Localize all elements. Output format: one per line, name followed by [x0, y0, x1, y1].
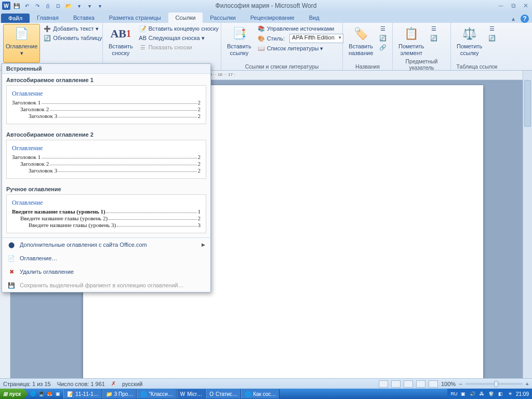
taskbar-item-active[interactable]: WMicr…	[177, 389, 206, 398]
status-page[interactable]: Страница: 1 из 15	[3, 381, 51, 387]
update-table-label: Обновить таблицу	[53, 35, 102, 41]
update-tof-icon: 🔄	[379, 34, 387, 42]
insert-index-button[interactable]: ☰	[429, 24, 439, 33]
view-outline[interactable]	[416, 380, 425, 388]
update-icon: 🔄	[43, 34, 51, 42]
next-footnote-button[interactable]: ABСледующая сноска ▾	[138, 33, 220, 43]
gallery-item-1[interactable]: Оглавление Заголовок 12 Заголовок 22 Заг…	[6, 140, 206, 179]
ribbon-tabs: Файл Главная Вставка Разметка страницы С…	[0, 11, 532, 23]
insert-toa-button[interactable]: ☰	[487, 24, 497, 33]
tray-volume-icon[interactable]: 🔊	[469, 390, 476, 397]
remove-toc[interactable]: ✖Удалить оглавление	[2, 265, 210, 278]
gallery-item-0[interactable]: Оглавление Заголовок 12 Заголовок 22 Заг…	[6, 85, 206, 124]
gallery-item-2[interactable]: Оглавление Введите название главы (урове…	[6, 194, 206, 233]
open-icon[interactable]: 📂	[64, 2, 73, 10]
tab-layout[interactable]: Разметка страницы	[102, 12, 168, 23]
toc-button[interactable]: 📄 Оглавление▾	[3, 24, 40, 63]
taskbar-item[interactable]: 🌐"Класси…	[137, 389, 176, 398]
view-draft[interactable]	[429, 380, 438, 388]
view-web[interactable]	[404, 380, 413, 388]
tab-references[interactable]: Ссылки	[168, 12, 203, 23]
zoom-level[interactable]: 100%	[441, 381, 456, 387]
redo-icon[interactable]: ↷	[33, 2, 42, 10]
update-toa-button[interactable]: 🔄	[487, 33, 497, 43]
gallery-footer: ⬤Дополнительные оглавления с сайта Offic…	[2, 237, 210, 292]
style-icon: 🎨	[257, 34, 265, 43]
add-text-button[interactable]: ➕Добавить текст ▾	[42, 24, 103, 33]
desktop-icon[interactable]: 🖥️	[37, 390, 45, 397]
view-print-layout[interactable]	[379, 380, 388, 388]
gallery-header: Встроенный	[2, 64, 210, 74]
tab-mailings[interactable]: Рассылки	[203, 12, 243, 23]
update-index-button[interactable]: 🔄	[429, 33, 439, 43]
start-button[interactable]: ⊞пуск	[0, 389, 27, 399]
tray-shield-icon[interactable]: 🛡️	[488, 390, 495, 397]
minimize-icon[interactable]: ─	[497, 2, 505, 10]
taskbar-item[interactable]: OСтатис…	[206, 389, 241, 398]
taskbar-item[interactable]: 📝11-11-1…	[63, 389, 102, 398]
insert-citation-button[interactable]: 📑 Вставить ссылку	[224, 24, 254, 63]
print-icon[interactable]: ⎙	[44, 2, 52, 10]
crossref-icon: 🔗	[379, 43, 387, 51]
help-icon[interactable]: ?	[521, 15, 529, 23]
bibliography-button[interactable]: 📖Список литературы ▾	[256, 44, 344, 53]
caption-small2[interactable]: 🔄	[378, 33, 388, 43]
endnote-icon: 📝	[139, 24, 147, 33]
zoom-in-icon[interactable]: +	[526, 381, 529, 387]
ie-icon[interactable]: 🌐	[29, 390, 36, 397]
tab-insert[interactable]: Вставка	[66, 12, 102, 23]
caption-icon: 🏷️	[353, 25, 369, 42]
mark-citation-button[interactable]: ⚖️ Пометить ссылку	[454, 24, 485, 63]
caption-small3[interactable]: 🔗	[378, 43, 388, 52]
close-icon[interactable]: ✕	[522, 2, 530, 10]
update-table-button[interactable]: 🔄Обновить таблицу	[42, 33, 103, 43]
mark-entry-button[interactable]: 📋 Пометить элемент	[396, 24, 427, 58]
undo-icon[interactable]: ↶	[23, 2, 31, 10]
tray-lang[interactable]: RU	[450, 390, 458, 397]
more-toc-online[interactable]: ⬤Дополнительные оглавления с сайта Offic…	[2, 238, 210, 251]
zoom-slider[interactable]	[466, 383, 523, 385]
qat-more2-icon[interactable]: ▾	[85, 2, 94, 10]
caption-small1[interactable]: ☰	[378, 24, 388, 33]
citation-style-select[interactable]: APA Fifth Edition	[289, 34, 343, 43]
tray-network-icon[interactable]: 🖧	[478, 390, 486, 397]
group-toa-label: Таблица ссылок	[454, 63, 500, 70]
tray-clock[interactable]: 21:09	[516, 391, 529, 397]
zoom-out-icon[interactable]: −	[459, 381, 462, 387]
tab-home[interactable]: Главная	[30, 12, 66, 23]
firefox-icon[interactable]: 🦊	[46, 390, 53, 397]
insert-caption-button[interactable]: 🏷️ Вставить название	[346, 24, 376, 63]
qat-customize-icon[interactable]: ▾	[96, 2, 104, 10]
manage-sources-button[interactable]: 📚Управление источниками	[256, 24, 344, 33]
tab-review[interactable]: Рецензирование	[243, 12, 302, 23]
save-icon[interactable]: 💾	[12, 2, 21, 10]
vertical-scrollbar[interactable]	[523, 71, 532, 378]
tray-icon[interactable]: ▣	[460, 390, 467, 397]
toc-gallery: Встроенный Автособираемое оглавление 1 О…	[2, 63, 211, 292]
system-tray: RU ▣ 🔊 🖧 🛡️ ◧ ☀ 21:09	[447, 389, 532, 399]
tray-icon[interactable]: ☀	[507, 390, 514, 397]
toc-dialog-icon: 📄	[7, 254, 16, 262]
gallery-cat-2: Ручное оглавление	[2, 183, 210, 193]
status-language[interactable]: русский	[122, 381, 142, 387]
status-wordcount[interactable]: Число слов: 1 961	[57, 381, 105, 387]
remove-toc-icon: ✖	[7, 268, 16, 276]
custom-toc[interactable]: 📄Оглавление…	[2, 251, 210, 265]
insert-endnote-button[interactable]: 📝Вставить концевую сноску	[138, 24, 220, 33]
taskbar-item[interactable]: 🌐Как сос…	[241, 389, 280, 398]
restore-icon[interactable]: ⧉	[509, 2, 517, 10]
tray-icon[interactable]: ◧	[497, 390, 504, 397]
taskbar-item[interactable]: 📁3 Про…	[102, 389, 137, 398]
tab-view[interactable]: Вид	[302, 12, 327, 23]
view-fullscreen[interactable]	[391, 380, 401, 388]
status-proofing-icon[interactable]: ✗	[111, 380, 116, 387]
mark-entry-label: Пометить элемент	[398, 43, 424, 56]
title-bar: W 💾 ↶ ↷ ⎙ 🗋 📂 ▾ ▾ ▾ Философия мария - Mi…	[0, 0, 532, 11]
new-doc-icon[interactable]: 🗋	[54, 2, 62, 10]
qat-more-icon[interactable]: ▾	[75, 2, 83, 10]
app-icon[interactable]: ▣	[54, 390, 61, 397]
insert-footnote-button[interactable]: AB1 Вставить сноску	[106, 24, 136, 63]
ribbon-minimize-icon[interactable]: ▴	[509, 15, 517, 23]
show-notes-icon: ☰	[139, 43, 147, 51]
tab-file[interactable]: Файл	[1, 14, 30, 23]
